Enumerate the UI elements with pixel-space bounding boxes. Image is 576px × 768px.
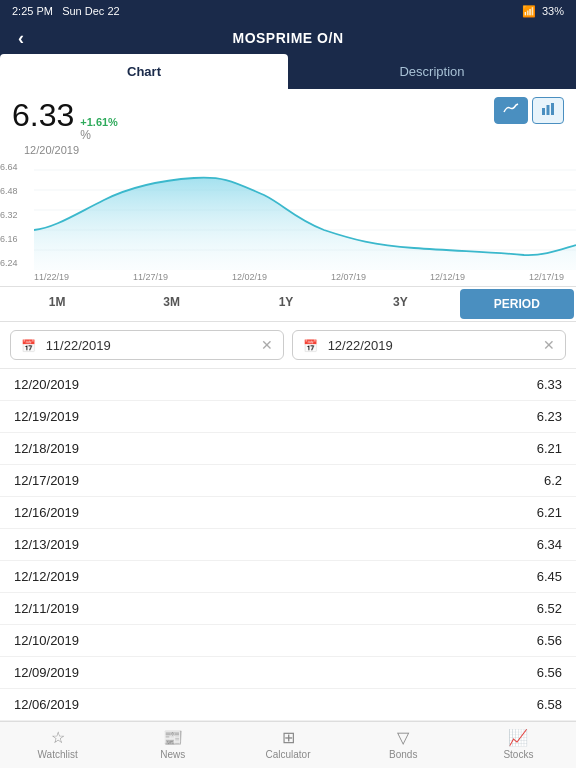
- tab-bar: Chart Description: [0, 54, 576, 89]
- battery-icon: 33%: [542, 5, 564, 17]
- nav-stocks[interactable]: 📈 Stocks: [461, 728, 576, 760]
- watchlist-icon: ☆: [51, 728, 65, 747]
- chart-area: 6.64 6.48 6.32 6.16 6.24: [0, 160, 576, 270]
- page-header: ‹ MOSPRIME O/N: [0, 22, 576, 54]
- nav-bonds[interactable]: ▽ Bonds: [346, 728, 461, 760]
- chart-x-labels: 11/22/19 11/27/19 12/02/19 12/07/19 12/1…: [0, 270, 576, 284]
- table-row: 12/10/2019 6.56: [0, 625, 576, 657]
- news-icon: 📰: [163, 728, 183, 747]
- tab-chart[interactable]: Chart: [0, 54, 288, 89]
- date-pickers: 📅 11/22/2019 ✕ 📅 12/22/2019 ✕: [0, 322, 576, 369]
- price-date: 12/20/2019: [12, 142, 118, 156]
- price-value: 6.33: [12, 97, 74, 134]
- time-btn-3m[interactable]: 3M: [114, 287, 228, 321]
- nav-bonds-label: Bonds: [389, 749, 417, 760]
- calculator-icon: ⊞: [282, 728, 295, 747]
- bar-chart-button[interactable]: [532, 97, 564, 124]
- calendar-icon-start: 📅: [21, 339, 36, 353]
- line-chart-button[interactable]: [494, 97, 528, 124]
- table-row: 12/19/2019 6.23: [0, 401, 576, 433]
- nav-news-label: News: [160, 749, 185, 760]
- table-row: 12/17/2019 6.2: [0, 465, 576, 497]
- calendar-icon-end: 📅: [303, 339, 318, 353]
- tab-description[interactable]: Description: [288, 54, 576, 89]
- nav-calculator-label: Calculator: [265, 749, 310, 760]
- stocks-icon: 📈: [508, 728, 528, 747]
- svg-rect-2: [551, 103, 554, 115]
- svg-rect-0: [542, 108, 545, 115]
- table-row: 12/09/2019 6.56: [0, 657, 576, 689]
- chart-type-buttons: [494, 97, 564, 124]
- status-time: 2:25 PM Sun Dec 22: [12, 5, 120, 17]
- end-date-value: 12/22/2019: [328, 338, 393, 353]
- table-row: 12/06/2019 6.58: [0, 689, 576, 721]
- page-title: MOSPRIME O/N: [232, 30, 343, 46]
- table-row: 12/12/2019 6.45: [0, 561, 576, 593]
- data-table: 12/20/2019 6.33 12/19/2019 6.23 12/18/20…: [0, 369, 576, 768]
- nav-stocks-label: Stocks: [503, 749, 533, 760]
- status-bar: 2:25 PM Sun Dec 22 📶 33%: [0, 0, 576, 22]
- nav-watchlist-label: Watchlist: [38, 749, 78, 760]
- table-row: 12/11/2019 6.52: [0, 593, 576, 625]
- nav-calculator[interactable]: ⊞ Calculator: [230, 728, 345, 760]
- chart-y-labels: 6.64 6.48 6.32 6.16 6.24: [0, 160, 32, 270]
- time-btn-1m[interactable]: 1M: [0, 287, 114, 321]
- svg-rect-1: [547, 105, 550, 115]
- time-btn-1y[interactable]: 1Y: [229, 287, 343, 321]
- table-row: 12/16/2019 6.21: [0, 497, 576, 529]
- end-date-input[interactable]: 📅 12/22/2019 ✕: [292, 330, 566, 360]
- price-section: 6.33 +1.61% % 12/20/2019: [0, 89, 576, 160]
- start-date-input[interactable]: 📅 11/22/2019 ✕: [10, 330, 284, 360]
- time-btn-period[interactable]: PERIOD: [460, 289, 574, 319]
- price-unit: %: [80, 128, 91, 142]
- table-row: 12/13/2019 6.34: [0, 529, 576, 561]
- table-row: 12/20/2019 6.33: [0, 369, 576, 401]
- clear-end-date-button[interactable]: ✕: [543, 337, 555, 353]
- wifi-icon: 📶: [522, 5, 536, 18]
- back-button[interactable]: ‹: [10, 24, 33, 53]
- time-btn-3y[interactable]: 3Y: [343, 287, 457, 321]
- price-change: +1.61%: [80, 116, 118, 128]
- clear-start-date-button[interactable]: ✕: [261, 337, 273, 353]
- bottom-nav: ☆ Watchlist 📰 News ⊞ Calculator ▽ Bonds …: [0, 721, 576, 768]
- nav-news[interactable]: 📰 News: [115, 728, 230, 760]
- time-range-selector: 1M 3M 1Y 3Y PERIOD: [0, 286, 576, 322]
- start-date-value: 11/22/2019: [46, 338, 111, 353]
- bonds-icon: ▽: [397, 728, 409, 747]
- status-icons: 📶 33%: [522, 5, 564, 18]
- table-row: 12/18/2019 6.21: [0, 433, 576, 465]
- nav-watchlist[interactable]: ☆ Watchlist: [0, 728, 115, 760]
